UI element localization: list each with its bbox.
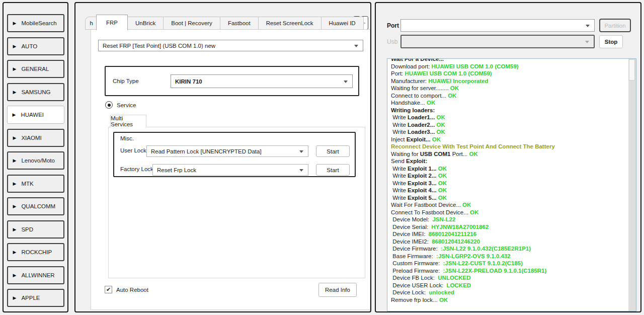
log-line: Connect To Fastboot Device... OK — [391, 209, 625, 216]
tab-strip: hFRPUnBrickBoot | RecoveryFastbootReset … — [86, 14, 364, 30]
multi-services-tab-label: Multi Services — [111, 115, 146, 127]
log-line: Wait For Fastboot Device... OK — [391, 201, 625, 209]
service-radio-label: Service — [117, 102, 136, 108]
log-segment: HYJNW18A27001862 — [432, 224, 489, 230]
expand-arrow-icon: ▶ — [13, 227, 17, 232]
sidebar-item-label: HUAWEI — [21, 112, 44, 118]
read-info-button[interactable]: Read Info — [318, 283, 357, 297]
brand-sidebar: ▶MobileSearch▶AUTO▶GENERAL▶SAMSUNG▶HUAWE… — [3, 2, 68, 312]
log-segment: Write — [391, 122, 408, 128]
expand-arrow-icon: ▶ — [13, 250, 17, 255]
sidebar-item-allwinner[interactable]: ▶ALLWINNER — [7, 266, 64, 284]
log-line: Waiting for server........ OK — [391, 85, 625, 92]
log-segment: Device Serial: — [391, 224, 432, 230]
log-segment: OK — [437, 114, 445, 120]
sidebar-item-spd[interactable]: ▶SPD — [7, 220, 64, 239]
sidebar-item-rockchip[interactable]: ▶ROCKCHIP — [7, 243, 64, 261]
log-segment: Exploit 4... — [408, 187, 437, 193]
log-line: Write Loader1... OK — [391, 114, 625, 121]
log-segment: Waiting for server........ — [391, 85, 450, 91]
sidebar-item-huawei[interactable]: ▶HUAWEI — [7, 106, 64, 124]
expand-arrow-icon: ▶ — [13, 273, 17, 278]
log-line: Device Firmware: :JSN-L22 9.1.0.432(C185… — [391, 245, 625, 253]
log-line: Manufacturer: HUAWEI Incorporated — [391, 77, 625, 85]
log-segment: Device USER Lock: — [391, 282, 447, 288]
auto-reboot-row: ✔ Auto Reboot — [105, 286, 148, 293]
tab-huawei-id[interactable]: Huawei ID — [321, 17, 364, 30]
log-segment: :JSN-L22 9.1.0.432(C185E2R1P1) — [441, 246, 531, 252]
log-segment: HUAWEI USB COM 1.0 (COM59) — [432, 63, 519, 69]
sidebar-item-qualcomm[interactable]: ▶QUALCOMM — [7, 197, 64, 215]
stop-button-label: Stop — [605, 39, 618, 45]
log-segment: OK — [448, 93, 456, 99]
log-line: Device Lock: unlocked — [391, 289, 625, 296]
log-console[interactable]: Wait For a Device...Download port: HUAWE… — [387, 58, 636, 311]
sidebar-item-general[interactable]: ▶GENERAL — [7, 60, 64, 78]
log-segment: HUAWEI Incorporated — [428, 78, 488, 84]
log-segment: OK — [438, 180, 447, 186]
tab-unbrick[interactable]: UnBrick — [127, 17, 164, 30]
log-segment: Inject — [391, 136, 407, 142]
log-segment: Write — [391, 195, 408, 201]
log-line: Write Loader3... OK — [391, 128, 625, 136]
log-segment: Connect to comport... — [391, 93, 448, 99]
tab-fastboot[interactable]: Fastboot — [220, 17, 259, 30]
stop-button[interactable]: Stop — [599, 35, 623, 48]
log-segment: Writing loaders: — [391, 107, 435, 113]
log-segment: UNLOCKED — [438, 275, 470, 281]
user-lock-start-button[interactable]: Start — [316, 145, 350, 157]
log-line: Write Exploit 3... OK — [391, 180, 625, 187]
sidebar-item-mobilesearch[interactable]: ▶MobileSearch — [7, 14, 64, 32]
log-line: Download port: HUAWEI USB COM 1.0 (COM59… — [391, 63, 625, 70]
tab-frp[interactable]: FRP — [96, 15, 128, 30]
port-label: Port — [387, 22, 399, 29]
log-segment: :JSN-L22-CUST 9.1.0.2(C185) — [443, 260, 523, 266]
chip-type-value: KIRIN 710 — [175, 78, 202, 85]
sidebar-item-label: SPD — [21, 226, 33, 232]
auto-reboot-checkbox[interactable]: ✔ — [105, 286, 112, 293]
log-line: Device USER Lock: LOCKED — [391, 282, 625, 289]
sidebar-item-mtk[interactable]: ▶MTK — [7, 175, 64, 193]
tab-clipped[interactable]: h — [85, 17, 97, 30]
sidebar-item-label: QUALCOMM — [21, 203, 55, 209]
auto-reboot-label: Auto Reboot — [116, 287, 148, 293]
factory-lock-start-button[interactable]: Start — [316, 164, 350, 176]
log-scrollbar[interactable] — [628, 59, 636, 311]
sidebar-item-apple[interactable]: ▶APPLE — [7, 289, 64, 307]
log-scrollbar-thumb[interactable] — [629, 59, 635, 81]
expand-arrow-icon: ▶ — [13, 44, 17, 49]
log-segment: OK — [438, 187, 447, 193]
log-segment: :JSN-L22X-PRELOAD 9.1.0.1(C185R1) — [443, 268, 547, 274]
sidebar-item-auto[interactable]: ▶AUTO — [7, 37, 64, 55]
operation-select[interactable]: Reset FRP [Test Point] (USB COM 1.0) new — [98, 40, 363, 51]
port-select[interactable] — [400, 19, 595, 32]
log-line: Device FB Lock: UNLOCKED — [391, 274, 625, 282]
expand-arrow-icon: ▶ — [13, 204, 17, 209]
chip-type-select[interactable]: KIRIN 710 — [171, 74, 353, 88]
radio-dot-icon — [108, 104, 111, 107]
log-line: Connect to comport... OK — [391, 92, 625, 100]
log-line: Write Loader2... OK — [391, 121, 625, 129]
sidebar-item-samsung[interactable]: ▶SAMSUNG — [7, 83, 64, 101]
log-segment: Exploit 2... — [408, 173, 437, 179]
sidebar-item-label: ALLWINNER — [21, 272, 54, 278]
log-line: Reconnect Device With Test Point And Con… — [391, 143, 625, 150]
factory-lock-select[interactable]: Reset Frp Lock — [152, 164, 308, 176]
service-radio[interactable] — [105, 101, 113, 109]
user-lock-select[interactable]: Read Pattern Lock [UNENCRYPTED Data] — [146, 145, 308, 157]
log-segment: Custom Firmware: — [391, 260, 443, 266]
sidebar-item-xiaomi[interactable]: ▶XIAOMI — [7, 129, 64, 147]
tab-reset-screenlock[interactable]: Reset ScreenLock — [258, 17, 321, 30]
chip-type-label: Chip Type — [113, 78, 139, 84]
log-segment: Manufacturer: — [391, 78, 428, 84]
tab-multi-services[interactable]: Multi Services — [110, 115, 146, 127]
app-window: ▶MobileSearch▶AUTO▶GENERAL▶SAMSUNG▶HUAWE… — [0, 0, 644, 315]
log-line: Device IMEI: 868012041211216 — [391, 230, 625, 238]
frp-tab-page: Reset FRP [Test Point] (USB COM 1.0) new… — [91, 29, 370, 310]
log-segment: Exploit... — [407, 136, 431, 142]
log-segment: Reconnect Device With Test Point And Con… — [391, 143, 555, 149]
tab-boot-recovery[interactable]: Boot | Recovery — [163, 17, 220, 30]
log-segment: Download port: — [391, 63, 432, 69]
expand-arrow-icon: ▶ — [13, 66, 17, 71]
sidebar-item-lenovo-moto[interactable]: ▶Lenovo/Moto — [7, 151, 64, 170]
